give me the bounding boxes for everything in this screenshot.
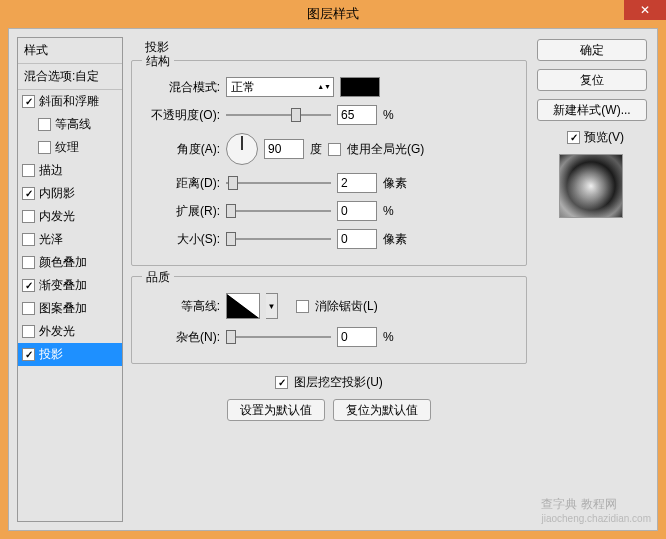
- style-label: 投影: [39, 346, 63, 363]
- opacity-thumb[interactable]: [291, 108, 301, 122]
- style-checkbox[interactable]: [22, 95, 35, 108]
- shadow-color-swatch[interactable]: [340, 77, 380, 97]
- angle-input[interactable]: [264, 139, 304, 159]
- style-label: 内阴影: [39, 185, 75, 202]
- structure-group: 结构 混合模式: 正常 ▲▼ 不透明度(O): %: [131, 60, 527, 266]
- style-label: 光泽: [39, 231, 63, 248]
- styles-header[interactable]: 样式: [18, 38, 122, 64]
- preview-checkbox-row[interactable]: 预览(V): [567, 129, 647, 146]
- opacity-slider[interactable]: [226, 107, 331, 123]
- style-checkbox[interactable]: [38, 141, 51, 154]
- distance-slider[interactable]: [226, 175, 331, 191]
- knockout-row: 图层挖空投影(U): [131, 374, 527, 391]
- size-row: 大小(S): 像素: [142, 229, 516, 249]
- style-checkbox[interactable]: [22, 348, 35, 361]
- style-checkbox[interactable]: [22, 256, 35, 269]
- default-buttons: 设置为默认值 复位为默认值: [131, 399, 527, 421]
- quality-title: 品质: [142, 269, 174, 286]
- size-thumb[interactable]: [226, 232, 236, 246]
- style-checkbox[interactable]: [22, 233, 35, 246]
- blend-mode-select[interactable]: 正常 ▲▼: [226, 77, 334, 97]
- angle-row: 角度(A): 度 使用全局光(G): [142, 133, 516, 165]
- quality-group: 品质 等高线: ▼ 消除锯齿(L) 杂色(N): %: [131, 276, 527, 364]
- size-input[interactable]: [337, 229, 377, 249]
- distance-input[interactable]: [337, 173, 377, 193]
- style-item-10[interactable]: 外发光: [18, 320, 122, 343]
- watermark: 查字典 教程网 jiaocheng.chazidian.com: [541, 495, 651, 524]
- cancel-button[interactable]: 复位: [537, 69, 647, 91]
- distance-row: 距离(D): 像素: [142, 173, 516, 193]
- style-label: 描边: [39, 162, 63, 179]
- noise-input[interactable]: [337, 327, 377, 347]
- style-item-5[interactable]: 内发光: [18, 205, 122, 228]
- style-checkbox[interactable]: [22, 210, 35, 223]
- size-label: 大小(S):: [142, 231, 220, 248]
- style-label: 图案叠加: [39, 300, 87, 317]
- preview-thumbnail: [559, 154, 623, 218]
- noise-thumb[interactable]: [226, 330, 236, 344]
- structure-title: 结构: [142, 53, 174, 70]
- style-checkbox[interactable]: [38, 118, 51, 131]
- global-light-checkbox[interactable]: [328, 143, 341, 156]
- spread-input[interactable]: [337, 201, 377, 221]
- distance-thumb[interactable]: [228, 176, 238, 190]
- noise-unit: %: [383, 330, 411, 344]
- spread-thumb[interactable]: [226, 204, 236, 218]
- style-item-11[interactable]: 投影: [18, 343, 122, 366]
- spread-label: 扩展(R):: [142, 203, 220, 220]
- global-light-label: 使用全局光(G): [347, 141, 424, 158]
- blend-mode-label: 混合模式:: [142, 79, 220, 96]
- style-label: 外发光: [39, 323, 75, 340]
- contour-row: 等高线: ▼ 消除锯齿(L): [142, 293, 516, 319]
- close-button[interactable]: ✕: [624, 0, 666, 20]
- ok-button[interactable]: 确定: [537, 39, 647, 61]
- style-label: 颜色叠加: [39, 254, 87, 271]
- style-label: 内发光: [39, 208, 75, 225]
- preview-checkbox[interactable]: [567, 131, 580, 144]
- antialias-checkbox[interactable]: [296, 300, 309, 313]
- style-checkbox[interactable]: [22, 302, 35, 315]
- contour-picker[interactable]: [226, 293, 260, 319]
- angle-label: 角度(A):: [142, 141, 220, 158]
- opacity-row: 不透明度(O): %: [142, 105, 516, 125]
- style-item-6[interactable]: 光泽: [18, 228, 122, 251]
- blend-options-header[interactable]: 混合选项:自定: [18, 64, 122, 90]
- angle-dial[interactable]: [226, 133, 258, 165]
- angle-unit: 度: [310, 141, 322, 158]
- style-item-7[interactable]: 颜色叠加: [18, 251, 122, 274]
- opacity-label: 不透明度(O):: [142, 107, 220, 124]
- style-item-3[interactable]: 描边: [18, 159, 122, 182]
- spread-unit: %: [383, 204, 411, 218]
- noise-label: 杂色(N):: [142, 329, 220, 346]
- noise-slider[interactable]: [226, 329, 331, 345]
- style-label: 纹理: [55, 139, 79, 156]
- new-style-button[interactable]: 新建样式(W)...: [537, 99, 647, 121]
- opacity-input[interactable]: [337, 105, 377, 125]
- window-title: 图层样式: [307, 5, 359, 23]
- contour-dropdown-icon[interactable]: ▼: [266, 293, 278, 319]
- style-item-8[interactable]: 渐变叠加: [18, 274, 122, 297]
- style-item-0[interactable]: 斜面和浮雕: [18, 90, 122, 113]
- knockout-checkbox[interactable]: [275, 376, 288, 389]
- styles-list: 样式 混合选项:自定 斜面和浮雕等高线纹理描边内阴影内发光光泽颜色叠加渐变叠加图…: [17, 37, 123, 522]
- style-item-1[interactable]: 等高线: [18, 113, 122, 136]
- contour-label: 等高线:: [142, 298, 220, 315]
- distance-label: 距离(D):: [142, 175, 220, 192]
- noise-row: 杂色(N): %: [142, 327, 516, 347]
- style-checkbox[interactable]: [22, 325, 35, 338]
- reset-default-button[interactable]: 复位为默认值: [333, 399, 431, 421]
- size-slider[interactable]: [226, 231, 331, 247]
- style-item-9[interactable]: 图案叠加: [18, 297, 122, 320]
- make-default-button[interactable]: 设置为默认值: [227, 399, 325, 421]
- style-item-2[interactable]: 纹理: [18, 136, 122, 159]
- knockout-label: 图层挖空投影(U): [294, 374, 383, 391]
- spread-slider[interactable]: [226, 203, 331, 219]
- style-label: 等高线: [55, 116, 91, 133]
- style-checkbox[interactable]: [22, 164, 35, 177]
- right-panel: 确定 复位 新建样式(W)... 预览(V): [537, 39, 647, 218]
- style-checkbox[interactable]: [22, 187, 35, 200]
- style-checkbox[interactable]: [22, 279, 35, 292]
- style-label: 渐变叠加: [39, 277, 87, 294]
- spread-row: 扩展(R): %: [142, 201, 516, 221]
- style-item-4[interactable]: 内阴影: [18, 182, 122, 205]
